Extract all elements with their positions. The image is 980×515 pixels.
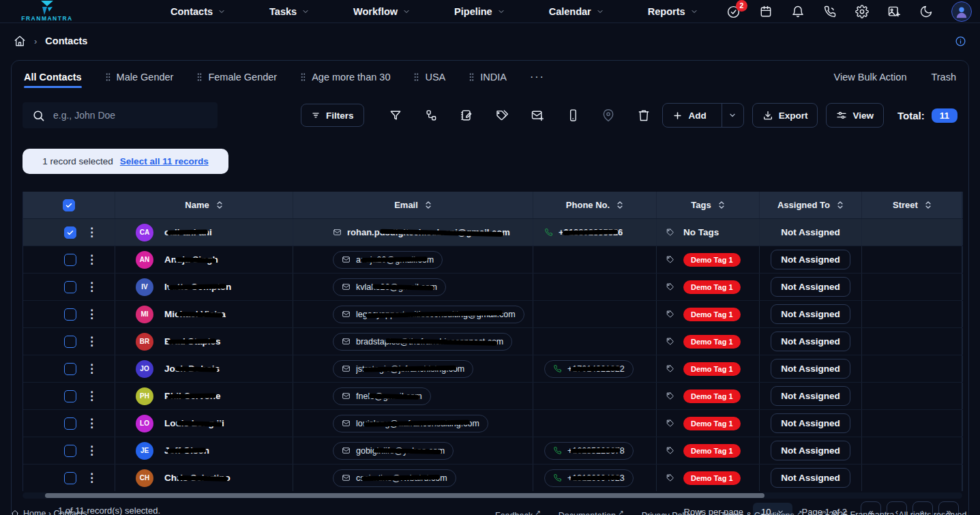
horizontal-scrollbar-track[interactable] bbox=[23, 492, 962, 499]
tag-icon[interactable] bbox=[665, 255, 674, 265]
assigned-to-value[interactable]: Not Assigned bbox=[771, 332, 850, 351]
tag-icon[interactable] bbox=[665, 337, 674, 347]
footer-link-privacy-policy[interactable]: Privacy Policy ↗ bbox=[642, 509, 703, 515]
email-value[interactable]: csciortino@rwbaird.com bbox=[333, 469, 456, 487]
row-checkbox[interactable] bbox=[64, 417, 76, 430]
map-pin-icon[interactable] bbox=[602, 108, 615, 122]
tag-badge[interactable]: Demo Tag 1 bbox=[683, 471, 741, 485]
row-menu-icon[interactable]: ⋮ bbox=[86, 472, 98, 484]
add-dropdown-toggle[interactable] bbox=[722, 104, 743, 127]
nav-menu-calendar[interactable]: Calendar bbox=[549, 6, 604, 17]
column-header-name[interactable]: Name bbox=[115, 192, 293, 218]
row-menu-icon[interactable]: ⋮ bbox=[86, 254, 98, 265]
email-value[interactable]: gobiginlife@yahoo.com bbox=[333, 442, 454, 460]
tab-usa[interactable]: USA bbox=[413, 61, 445, 93]
assigned-to-value[interactable]: Not Assigned bbox=[771, 277, 850, 297]
nav-menu-tasks[interactable]: Tasks bbox=[269, 6, 310, 17]
breadcrumb-page[interactable]: Contacts bbox=[45, 35, 87, 46]
column-header-street[interactable]: Street bbox=[862, 192, 963, 218]
column-header-email[interactable]: Email bbox=[293, 192, 533, 218]
email-value[interactable]: louislong@aafranconsulting.com bbox=[333, 415, 488, 432]
row-checkbox[interactable] bbox=[64, 281, 76, 293]
tag-badge[interactable]: Demo Tag 1 bbox=[683, 389, 741, 403]
tab-india[interactable]: INDIA bbox=[469, 61, 507, 93]
assigned-to-value[interactable]: Not Assigned bbox=[771, 468, 850, 488]
drag-handle-icon[interactable] bbox=[300, 72, 306, 82]
assigned-to-value[interactable]: Not Assigned bbox=[771, 413, 850, 433]
email-value[interactable]: jstrategic@jsfranchising.com bbox=[333, 360, 473, 378]
email-value[interactable]: legacyopportunitiesconsulting@gmail.com bbox=[333, 306, 524, 323]
tag-badge[interactable]: Demo Tag 1 bbox=[683, 335, 741, 349]
sort-icon[interactable] bbox=[216, 200, 223, 210]
tag-icon[interactable] bbox=[665, 446, 674, 456]
row-menu-icon[interactable]: ⋮ bbox=[86, 390, 98, 402]
tag-badge[interactable]: Demo Tag 1 bbox=[683, 362, 741, 376]
phone-value[interactable]: +17014821822 bbox=[544, 360, 634, 378]
row-checkbox[interactable] bbox=[64, 226, 76, 239]
row-menu-icon[interactable]: ⋮ bbox=[86, 363, 98, 374]
drag-handle-icon[interactable] bbox=[105, 72, 111, 82]
drag-handle-icon[interactable] bbox=[413, 72, 419, 82]
row-checkbox[interactable] bbox=[64, 254, 76, 266]
footer-link-terms-conditions[interactable]: Terms & Conditions ↗ bbox=[720, 509, 802, 515]
tab-male-gender[interactable]: Male Gender bbox=[105, 61, 174, 93]
sort-icon[interactable] bbox=[837, 200, 844, 210]
moon-icon[interactable] bbox=[919, 5, 933, 18]
add-button[interactable]: Add bbox=[662, 103, 743, 128]
tag-icon[interactable] bbox=[665, 310, 674, 319]
funnel-icon[interactable] bbox=[389, 108, 402, 122]
sort-icon[interactable] bbox=[718, 200, 725, 210]
tag-icon[interactable] bbox=[665, 282, 674, 292]
nav-menu-pipeline[interactable]: Pipeline bbox=[454, 6, 505, 17]
tab-view-bulk-action[interactable]: View Bulk Action bbox=[834, 72, 907, 83]
tag-badge[interactable]: Demo Tag 1 bbox=[683, 417, 741, 430]
row-checkbox[interactable] bbox=[64, 445, 76, 457]
email-value[interactable]: rohan.pusdigitech.sub.ani@gmail.com bbox=[333, 227, 510, 237]
smartphone-icon[interactable] bbox=[566, 108, 580, 122]
sort-icon[interactable] bbox=[425, 200, 432, 210]
bell-icon[interactable] bbox=[791, 5, 805, 18]
tab-all-contacts[interactable]: All Contacts bbox=[24, 61, 82, 93]
email-value[interactable]: anuja20@gmail.com bbox=[333, 251, 443, 269]
nav-menu-contacts[interactable]: Contacts bbox=[170, 6, 226, 17]
assigned-to-value[interactable]: Not Assigned bbox=[771, 250, 850, 269]
trash-icon[interactable] bbox=[637, 108, 651, 122]
email-value[interactable]: kvlake26@gmail.com bbox=[333, 278, 446, 296]
row-menu-icon[interactable]: ⋮ bbox=[86, 336, 98, 347]
tag-badge[interactable]: Demo Tag 1 bbox=[683, 280, 741, 294]
notebook-edit-icon[interactable] bbox=[460, 108, 473, 122]
brand-logo[interactable]: FRANMANTRA bbox=[10, 1, 85, 22]
tag-icon[interactable] bbox=[665, 392, 674, 401]
export-button[interactable]: Export bbox=[752, 103, 818, 128]
tab-age-more-than-30[interactable]: Age more than 30 bbox=[300, 61, 390, 93]
horizontal-scrollbar-thumb[interactable] bbox=[45, 493, 764, 498]
drag-handle-icon[interactable] bbox=[196, 72, 203, 82]
image-plus-icon[interactable] bbox=[887, 5, 901, 18]
phone-value[interactable]: +16235228678 bbox=[544, 442, 634, 460]
tag-badge[interactable]: Demo Tag 1 bbox=[683, 444, 741, 458]
tag-icon[interactable] bbox=[665, 473, 674, 483]
sort-icon[interactable] bbox=[617, 200, 623, 210]
gear-icon[interactable] bbox=[855, 5, 869, 18]
row-menu-icon[interactable]: ⋮ bbox=[86, 417, 98, 429]
nav-menu-workflow[interactable]: Workflow bbox=[353, 6, 411, 17]
row-menu-icon[interactable]: ⋮ bbox=[86, 308, 98, 320]
row-checkbox[interactable] bbox=[64, 363, 76, 375]
view-button[interactable]: View bbox=[826, 103, 884, 128]
column-header-assigned-to[interactable]: Assigned To bbox=[760, 192, 862, 218]
phone-value[interactable]: +918802835526 bbox=[544, 227, 623, 237]
home-icon[interactable] bbox=[14, 35, 26, 47]
nav-menu-reports[interactable]: Reports bbox=[648, 6, 698, 17]
tag-icon[interactable] bbox=[665, 419, 674, 428]
email-value[interactable]: fnelo@gmail.com bbox=[333, 387, 431, 405]
row-menu-icon[interactable]: ⋮ bbox=[86, 226, 98, 238]
tag-icon[interactable] bbox=[665, 364, 674, 374]
row-menu-icon[interactable]: ⋮ bbox=[86, 445, 98, 456]
select-all-checkbox[interactable] bbox=[63, 199, 75, 211]
assigned-to-value[interactable]: Not Assigned bbox=[771, 441, 850, 460]
task-check-circle[interactable]: 2 bbox=[726, 5, 741, 19]
more-tabs-button[interactable]: ··· bbox=[530, 61, 545, 93]
phone-value[interactable]: +13126094923 bbox=[544, 469, 634, 487]
phone-call-icon[interactable] bbox=[823, 5, 837, 18]
info-icon[interactable] bbox=[955, 35, 966, 47]
